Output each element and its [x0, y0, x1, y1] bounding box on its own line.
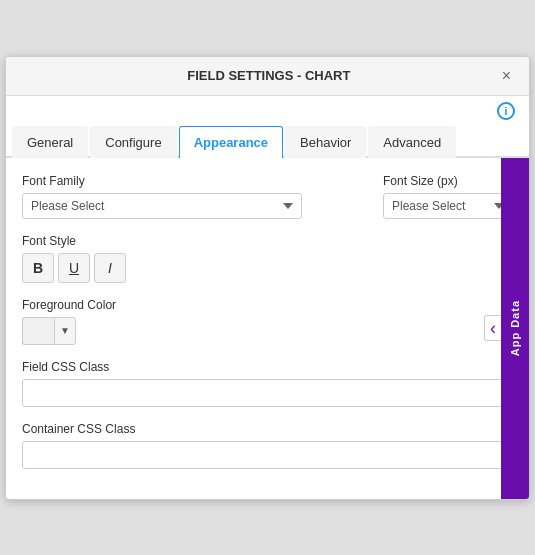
underline-button[interactable]: U: [58, 253, 90, 283]
foreground-color-label: Foreground Color: [22, 298, 116, 312]
app-data-label: App Data: [509, 300, 521, 356]
font-style-label: Font Style: [22, 234, 76, 248]
dialog-header: FIELD SETTINGS - CHART ×: [6, 57, 529, 96]
italic-button[interactable]: I: [94, 253, 126, 283]
field-css-class-group: Field CSS Class: [22, 359, 513, 407]
tab-content: Font Family Please Select Font Size (px)…: [6, 158, 529, 499]
foreground-color-group: Foreground Color ▼: [22, 297, 513, 345]
app-data-tab[interactable]: App Data: [501, 158, 529, 499]
field-css-class-label: Field CSS Class: [22, 360, 109, 374]
color-dropdown-button[interactable]: ▼: [54, 317, 76, 345]
field-settings-dialog: FIELD SETTINGS - CHART × i General Confi…: [5, 56, 530, 500]
container-css-class-label: Container CSS Class: [22, 422, 135, 436]
font-family-label: Font Family: [22, 174, 363, 188]
font-style-buttons: B U I: [22, 253, 513, 283]
color-swatch[interactable]: [22, 317, 54, 345]
tabs-bar: General Configure Appearance Behavior Ad…: [6, 124, 529, 158]
field-css-class-input[interactable]: [22, 379, 513, 407]
close-button[interactable]: ×: [498, 67, 515, 85]
container-css-class-input[interactable]: [22, 441, 513, 469]
font-size-select[interactable]: Please Select: [383, 193, 513, 219]
info-icon[interactable]: i: [497, 102, 515, 120]
info-row: i: [6, 96, 529, 124]
font-row: Font Family Please Select Font Size (px)…: [22, 174, 513, 219]
app-data-chevron[interactable]: ‹: [484, 315, 501, 341]
font-style-group: Font Style B U I: [22, 233, 513, 283]
bold-button[interactable]: B: [22, 253, 54, 283]
color-picker: ▼: [22, 317, 513, 345]
tab-appearance[interactable]: Appearance: [179, 126, 283, 158]
tab-configure[interactable]: Configure: [90, 126, 176, 158]
tab-behavior[interactable]: Behavior: [285, 126, 366, 158]
font-family-select[interactable]: Please Select: [22, 193, 302, 219]
tab-advanced[interactable]: Advanced: [368, 126, 456, 158]
container-css-class-group: Container CSS Class: [22, 421, 513, 469]
font-size-group: Font Size (px) Please Select: [383, 174, 513, 219]
font-family-group: Font Family Please Select: [22, 174, 363, 219]
tab-general[interactable]: General: [12, 126, 88, 158]
font-size-label: Font Size (px): [383, 174, 513, 188]
dialog-title: FIELD SETTINGS - CHART: [40, 68, 498, 83]
